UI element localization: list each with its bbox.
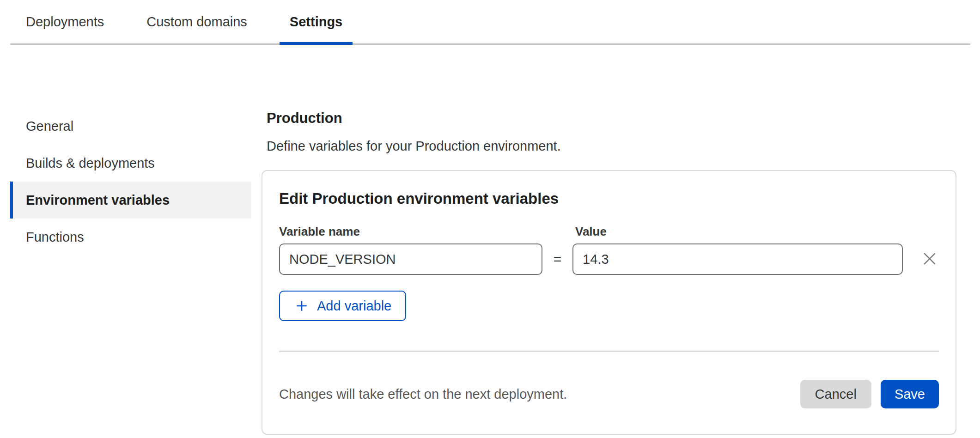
add-variable-button[interactable]: Add variable xyxy=(279,291,406,321)
tab-label: Custom domains xyxy=(146,14,247,30)
sidebar-item-functions[interactable]: Functions xyxy=(10,219,251,256)
tab-settings[interactable]: Settings xyxy=(280,0,353,43)
active-tab-underline xyxy=(280,42,353,45)
field-labels-row: Variable name Value xyxy=(279,225,939,239)
add-variable-label: Add variable xyxy=(317,298,391,314)
main-content: Production Define variables for your Pro… xyxy=(262,109,956,435)
variable-name-label: Variable name xyxy=(279,225,575,239)
page-title: Production xyxy=(267,109,956,128)
sidebar-item-environment-variables[interactable]: Environment variables xyxy=(10,182,251,219)
tab-label: Settings xyxy=(290,14,342,30)
x-mark-icon xyxy=(921,250,938,269)
settings-page: Deployments Custom domains Settings Gene… xyxy=(0,0,980,438)
tab-bar: Deployments Custom domains Settings xyxy=(10,0,970,45)
save-button[interactable]: Save xyxy=(881,380,939,408)
equals-sign: = xyxy=(542,251,572,267)
cancel-button[interactable]: Cancel xyxy=(800,380,871,408)
sidebar-item-general[interactable]: General xyxy=(10,108,251,145)
footer-actions: Cancel Save xyxy=(800,380,939,408)
tab-deployments[interactable]: Deployments xyxy=(16,0,114,43)
plus-icon xyxy=(294,298,310,314)
card-title: Edit Production environment variables xyxy=(279,189,939,208)
value-input[interactable] xyxy=(572,243,903,275)
value-label: Value xyxy=(575,225,939,239)
remove-variable-button[interactable] xyxy=(920,250,939,268)
tab-label: Deployments xyxy=(26,14,104,30)
card-footer: Changes will take effect on the next dep… xyxy=(279,352,939,433)
page-description: Define variables for your Production env… xyxy=(267,138,956,154)
footer-note: Changes will take effect on the next dep… xyxy=(279,387,567,402)
sidebar-item-builds-deployments[interactable]: Builds & deployments xyxy=(10,145,251,182)
tab-custom-domains[interactable]: Custom domains xyxy=(136,0,257,43)
env-vars-card: Edit Production environment variables Va… xyxy=(262,170,956,435)
settings-sidebar: General Builds & deployments Environment… xyxy=(10,108,251,256)
variable-row: = xyxy=(279,243,939,275)
variable-name-input[interactable] xyxy=(279,243,542,275)
